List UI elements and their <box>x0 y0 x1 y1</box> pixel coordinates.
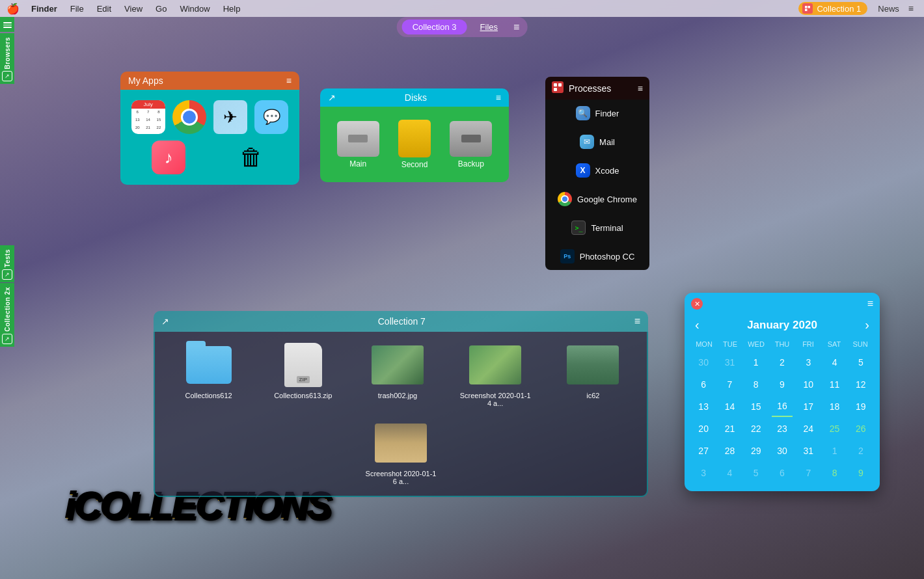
collection7-header[interactable]: ↗ Collection 7 ≡ <box>154 311 648 332</box>
cal-day-29[interactable]: 29 <box>746 440 767 461</box>
cal-day-4[interactable]: 4 <box>824 352 845 373</box>
tab-collection3[interactable]: Collection 3 <box>402 20 467 34</box>
cal-day-6[interactable]: 6 <box>693 374 714 395</box>
cal-day-9[interactable]: 9 <box>772 374 793 395</box>
process-xcode[interactable]: X Xcode <box>569 159 626 182</box>
menubar-view[interactable]: View <box>119 3 148 15</box>
file-collections613-zip[interactable]: Collections613.zip <box>271 342 336 399</box>
panel-browsers-export[interactable]: ↗ <box>2 71 12 81</box>
calendar-menu-icon[interactable]: ≡ <box>867 298 873 310</box>
process-chrome[interactable]: Google Chrome <box>551 188 644 210</box>
menubar-news[interactable]: News <box>873 3 904 15</box>
cal-day-2-feb[interactable]: 2 <box>850 440 871 461</box>
disks-header[interactable]: ↗ Disks ≡ <box>320 88 509 107</box>
process-finder[interactable]: 🔍 Finder <box>569 102 626 124</box>
cal-day-8[interactable]: 8 <box>746 374 767 395</box>
menubar-edit[interactable]: Edit <box>92 3 116 15</box>
disks-export-icon[interactable]: ↗ <box>328 92 336 103</box>
cal-day-18[interactable]: 18 <box>824 396 845 417</box>
file-collections612[interactable]: Collections612 <box>176 342 241 399</box>
cal-day-8-feb[interactable]: 8 <box>824 463 845 483</box>
cal-day-12[interactable]: 12 <box>850 374 871 395</box>
cal-day-16-today[interactable]: 16 <box>772 396 793 417</box>
cal-day-13[interactable]: 13 <box>693 396 714 417</box>
cal-day-9-feb[interactable]: 9 <box>850 463 871 483</box>
menubar-help[interactable]: Help <box>218 3 246 15</box>
cal-day-10[interactable]: 10 <box>798 374 819 395</box>
menubar-go[interactable]: Go <box>150 3 172 15</box>
app-calendar[interactable]: July 678 131415 202122 <box>131 100 165 134</box>
cal-day-14[interactable]: 14 <box>719 396 740 417</box>
app-messages[interactable]: 💬 <box>254 100 288 134</box>
panel-collection2x[interactable]: Collection 2x ↗ <box>0 283 14 347</box>
cal-day-23[interactable]: 23 <box>772 418 793 439</box>
process-mail[interactable]: ✉ Mail <box>573 131 621 153</box>
cal-day-5-feb[interactable]: 5 <box>746 463 767 483</box>
panel-top-menu[interactable] <box>0 17 14 32</box>
cal-day-31[interactable]: 31 <box>798 440 819 461</box>
cal-day-25[interactable]: 25 <box>824 418 845 439</box>
disk-second[interactable]: Second <box>398 120 431 169</box>
cal-day-19[interactable]: 19 <box>850 396 871 417</box>
tab-files[interactable]: Files <box>470 20 508 34</box>
cal-day-7[interactable]: 7 <box>719 374 740 395</box>
panel-tests-export[interactable]: ↗ <box>2 269 12 280</box>
cal-day-17[interactable]: 17 <box>798 396 819 417</box>
file-screenshot-jan14[interactable]: Screenshot 2020-01-14 a... <box>459 342 531 407</box>
cal-day-4-feb[interactable]: 4 <box>719 463 740 483</box>
menubar-window[interactable]: Window <box>174 3 215 15</box>
disk-backup[interactable]: Backup <box>450 121 492 168</box>
file-screenshot-jan16[interactable]: Screenshot 2020-01-16 a... <box>365 420 437 485</box>
cal-day-27[interactable]: 27 <box>693 440 714 461</box>
file-ic62[interactable]: ic62 <box>560 342 625 399</box>
app-mail[interactable]: ✈ <box>213 100 247 134</box>
panel-browsers[interactable]: Browsers ↗ <box>0 33 14 85</box>
process-photoshop[interactable]: Ps Photoshop CC <box>554 245 642 267</box>
processes-header[interactable]: Processes ≡ <box>545 77 649 100</box>
menubar-file[interactable]: File <box>65 3 89 15</box>
cal-day-26[interactable]: 26 <box>850 418 871 439</box>
cal-day-5[interactable]: 5 <box>850 352 871 373</box>
cal-day-20[interactable]: 20 <box>693 418 714 439</box>
cal-day-22[interactable]: 22 <box>746 418 767 439</box>
apple-menu-icon[interactable]: 🍎 <box>7 3 20 15</box>
cal-day-1-feb[interactable]: 1 <box>824 440 845 461</box>
processes-menu-icon[interactable]: ≡ <box>638 83 643 94</box>
collection7-menu-icon[interactable]: ≡ <box>634 316 640 327</box>
process-terminal[interactable]: >_ Terminal <box>565 217 629 239</box>
disk-main[interactable]: Main <box>337 121 379 168</box>
panel-tests[interactable]: Tests ↗ <box>0 245 14 282</box>
collection-pill[interactable]: Collection 1 <box>798 2 867 15</box>
app-chrome[interactable] <box>172 100 206 134</box>
panel-collection2x-export[interactable]: ↗ <box>2 334 12 344</box>
calendar-close-button[interactable]: ✕ <box>691 298 703 310</box>
cal-day-30-dec[interactable]: 30 <box>693 352 714 373</box>
cal-day-3[interactable]: 3 <box>798 352 819 373</box>
cal-day-11[interactable]: 11 <box>824 374 845 395</box>
file-trash002[interactable]: trash002.jpg <box>365 342 430 399</box>
cal-day-21[interactable]: 21 <box>719 418 740 439</box>
app-music[interactable]: ♪ <box>152 141 185 174</box>
disks-menu-icon[interactable]: ≡ <box>496 92 501 103</box>
menubar-finder[interactable]: Finder <box>26 3 62 15</box>
cal-day-24[interactable]: 24 <box>798 418 819 439</box>
menubar-hamburger-icon[interactable]: ≡ <box>904 2 917 15</box>
myapps-menu-icon[interactable]: ≡ <box>286 75 292 86</box>
cal-day-15[interactable]: 15 <box>746 396 767 417</box>
calendar-next-button[interactable]: › <box>865 317 869 332</box>
cal-day-30[interactable]: 30 <box>772 440 793 461</box>
cal-day-1[interactable]: 1 <box>746 352 767 373</box>
calendar-widget: ✕ ≡ ‹ January 2020 › MON TUE WED THU FRI… <box>685 293 880 491</box>
process-chrome-label: Google Chrome <box>577 195 637 204</box>
cal-day-2[interactable]: 2 <box>772 352 793 373</box>
cal-day-31-dec[interactable]: 31 <box>719 352 740 373</box>
cal-day-7-feb[interactable]: 7 <box>798 463 819 483</box>
folder-icon <box>183 342 235 388</box>
cal-day-28[interactable]: 28 <box>719 440 740 461</box>
app-trash[interactable]: 🗑 <box>234 141 268 174</box>
tab-hamburger-icon[interactable]: ≡ <box>511 21 522 33</box>
cal-day-3-feb[interactable]: 3 <box>693 463 714 483</box>
calendar-prev-button[interactable]: ‹ <box>695 317 700 332</box>
cal-day-6-feb[interactable]: 6 <box>772 463 793 483</box>
myapps-header[interactable]: My Apps ≡ <box>120 72 299 90</box>
